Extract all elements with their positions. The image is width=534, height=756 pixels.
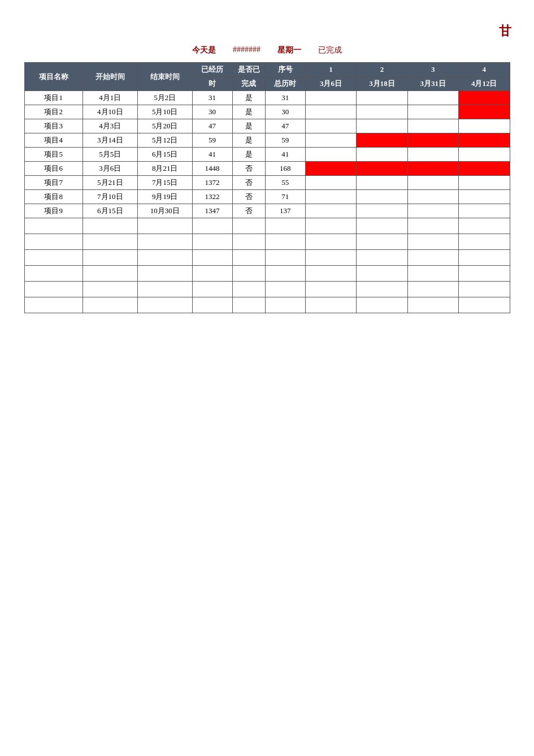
th-col3: 3	[407, 63, 458, 77]
cell-seq: 71	[265, 190, 305, 204]
empty-cell	[357, 218, 407, 234]
empty-cell	[357, 250, 407, 266]
cell-c2	[357, 91, 407, 105]
empty-cell	[305, 234, 356, 250]
cell-end: 5月2日	[137, 91, 192, 105]
table-row: 项目87月10日9月19日1322否71	[24, 190, 510, 204]
empty-cell	[192, 250, 232, 266]
empty-cell	[83, 266, 137, 282]
cell-c3	[407, 176, 458, 190]
empty-cell	[192, 218, 232, 234]
cell-c4	[458, 91, 510, 105]
table-row: 项目55月5日6月15日41是41	[24, 148, 510, 162]
cell-done: 否	[232, 176, 265, 190]
cell-start: 4月1日	[83, 91, 137, 105]
empty-cell	[458, 297, 510, 313]
cell-seq: 59	[265, 133, 305, 148]
cell-c4	[458, 119, 510, 133]
cell-c4	[458, 148, 510, 162]
empty-cell	[357, 234, 407, 250]
weekday-label: 星期一	[277, 45, 301, 55]
empty-cell	[232, 297, 265, 313]
empty-cell	[24, 218, 83, 234]
th-seq-sub: 总历时	[265, 77, 305, 91]
empty-cell	[137, 250, 192, 266]
cell-end: 9月19日	[137, 190, 192, 204]
empty-cell	[407, 282, 458, 297]
empty-row	[24, 234, 510, 250]
cell-c4	[458, 162, 510, 176]
cell-start: 4月3日	[83, 119, 137, 133]
th-col2-sub: 3月18日	[357, 77, 407, 91]
cell-done: 否	[232, 162, 265, 176]
cell-elapsed: 41	[192, 148, 232, 162]
empty-cell	[192, 266, 232, 282]
cell-start: 7月10日	[83, 190, 137, 204]
empty-cell	[407, 266, 458, 282]
cell-name: 项目6	[24, 162, 83, 176]
empty-cell	[458, 234, 510, 250]
cell-start: 4月10日	[83, 105, 137, 119]
cell-start: 5月21日	[83, 176, 137, 190]
empty-cell	[83, 297, 137, 313]
cell-c3	[407, 190, 458, 204]
cell-c4	[458, 176, 510, 190]
cell-start: 3月6日	[83, 162, 137, 176]
cell-done: 是	[232, 91, 265, 105]
cell-c3	[407, 148, 458, 162]
cell-c3	[407, 133, 458, 148]
cell-seq: 168	[265, 162, 305, 176]
cell-name: 项目3	[24, 119, 83, 133]
th-elapsed-sub: 时	[192, 77, 232, 91]
cell-c1	[305, 133, 356, 148]
cell-name: 项目9	[24, 204, 83, 218]
cell-done: 否	[232, 204, 265, 218]
empty-cell	[192, 282, 232, 297]
empty-cell	[137, 282, 192, 297]
cell-c1	[305, 190, 356, 204]
cell-name: 项目2	[24, 105, 83, 119]
cell-done: 否	[232, 190, 265, 204]
th-col1: 1	[305, 63, 356, 77]
cell-elapsed: 30	[192, 105, 232, 119]
cell-name: 项目7	[24, 176, 83, 190]
cell-end: 10月30日	[137, 204, 192, 218]
page-container: 甘 今天是 ####### 星期一 已完成 项目名称 开始时间 结束时间 已经历	[0, 0, 534, 756]
empty-cell	[305, 266, 356, 282]
cell-c1	[305, 204, 356, 218]
cell-elapsed: 1347	[192, 204, 232, 218]
cell-c3	[407, 119, 458, 133]
cell-c4	[458, 190, 510, 204]
empty-cell	[24, 266, 83, 282]
empty-cell	[232, 282, 265, 297]
cell-name: 项目5	[24, 148, 83, 162]
cell-seq: 137	[265, 204, 305, 218]
today-value: #######	[233, 45, 261, 55]
th-end: 结束时间	[137, 63, 192, 91]
cell-c3	[407, 105, 458, 119]
cell-c2	[357, 190, 407, 204]
cell-c4	[458, 204, 510, 218]
empty-cell	[458, 250, 510, 266]
th-col2: 2	[357, 63, 407, 77]
table-row: 项目63月6日8月21日1448否168	[24, 162, 510, 176]
th-done-sub: 完成	[232, 77, 265, 91]
empty-cell	[232, 250, 265, 266]
empty-cell	[265, 266, 305, 282]
empty-cell	[24, 282, 83, 297]
table-row: 项目96月15日10月30日1347否137	[24, 204, 510, 218]
table-row: 项目14月1日5月2日31是31	[24, 91, 510, 105]
empty-cell	[458, 266, 510, 282]
empty-cell	[407, 250, 458, 266]
th-col4: 4	[458, 63, 510, 77]
cell-c4	[458, 105, 510, 119]
empty-cell	[24, 250, 83, 266]
empty-cell	[232, 218, 265, 234]
cell-c2	[357, 133, 407, 148]
empty-cell	[265, 218, 305, 234]
cell-c1	[305, 119, 356, 133]
cell-c1	[305, 105, 356, 119]
empty-cell	[407, 234, 458, 250]
cell-start: 5月5日	[83, 148, 137, 162]
cell-c2	[357, 162, 407, 176]
